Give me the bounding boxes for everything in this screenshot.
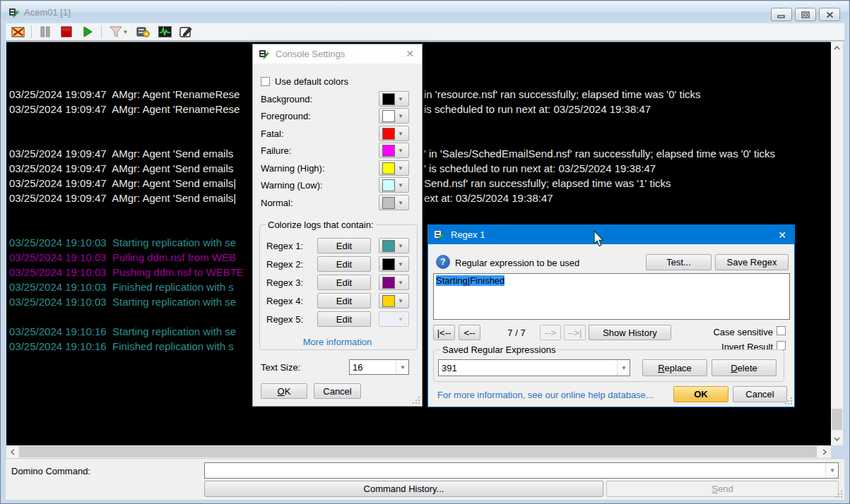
vertical-scrollbar[interactable] (831, 42, 843, 445)
envelope-close-icon (11, 27, 25, 37)
regex-cancel-button[interactable]: Cancel (733, 386, 787, 402)
close-button[interactable] (819, 8, 840, 21)
server-settings-button[interactable] (136, 25, 151, 39)
command-history-button[interactable]: Command History... (204, 481, 603, 497)
warning-low-color-picker[interactable]: ▼ (379, 177, 409, 193)
test-button[interactable]: Test... (646, 254, 712, 270)
send-button[interactable]: Send (606, 481, 839, 497)
resize-grip[interactable] (784, 397, 793, 405)
dialog-close-icon[interactable]: ✕ (776, 229, 789, 241)
regex-title-bar: Regex 1 ✕ (428, 225, 794, 244)
help-icon[interactable]: ? (436, 255, 450, 269)
domino-command-input[interactable]: ▼ (204, 462, 839, 479)
stop-icon (61, 26, 72, 37)
log-line: 03/25/2024 19:09:47 AMgr: Agent 'Send em… (9, 192, 236, 204)
minimize-icon (777, 11, 786, 18)
horizontal-scrollbar[interactable] (6, 445, 831, 458)
command-dropdown-caret-icon[interactable]: ▼ (825, 463, 838, 478)
regex4-edit-button[interactable]: Edit (317, 293, 371, 308)
resume-button[interactable] (80, 25, 95, 39)
pause-button[interactable] (37, 25, 53, 39)
dialog-close-icon[interactable]: ✕ (403, 48, 416, 59)
expression-label: Regular expression to be used (455, 258, 579, 268)
regex-ok-button[interactable]: OK (673, 386, 728, 402)
nav-prev-label: <-- (464, 328, 475, 338)
pause-icon (40, 26, 50, 37)
close-console-button[interactable] (10, 25, 25, 39)
maximize-button[interactable] (795, 8, 816, 21)
chevron-up-icon (834, 46, 840, 50)
console-settings-title: Console Settings (276, 49, 345, 59)
delete-button[interactable]: Delete (712, 359, 777, 376)
minimize-button[interactable] (771, 8, 792, 21)
warning-high-color-picker[interactable]: ▼ (379, 160, 409, 176)
regex2-edit-button[interactable]: Edit (317, 256, 371, 272)
play-icon (83, 26, 93, 37)
nav-prev-button[interactable]: <-- (459, 325, 480, 340)
save-regex-button[interactable]: Save Regex (715, 254, 789, 270)
app-icon (259, 49, 270, 60)
nav-last-label: -->| (568, 328, 582, 338)
regex-expression-value: Starting|Finished (436, 275, 504, 286)
resize-grip[interactable] (412, 396, 420, 404)
edit-label: Edit (336, 296, 352, 306)
replace-button[interactable]: Replace (642, 359, 707, 376)
scroll-right-button[interactable] (818, 445, 831, 458)
scroll-left-button[interactable] (6, 445, 19, 458)
filter-icon (110, 26, 122, 38)
regex-dialog: Regex 1 ✕ ? Regular expression to be use… (427, 224, 795, 407)
regex1-edit-button[interactable]: Edit (317, 238, 371, 253)
color-chip (382, 110, 395, 122)
regex2-label: Regex 2: (266, 259, 303, 270)
use-default-colors-label: Use default colors (275, 76, 348, 87)
foreground-color-picker[interactable]: ▼ (379, 108, 409, 124)
background-color-picker[interactable]: ▼ (379, 91, 409, 107)
saved-regex-caret-icon[interactable]: ▼ (617, 360, 630, 376)
regex3-color-picker[interactable]: ▼ (379, 275, 409, 290)
live-console-button[interactable] (157, 25, 172, 39)
scroll-down-button[interactable] (831, 433, 843, 445)
regex5-color-picker[interactable]: ▼ (379, 311, 409, 327)
log-line: ext at: 03/25/2024 19:38:47 (424, 192, 553, 204)
stop-button[interactable] (59, 25, 74, 39)
nav-last-button[interactable]: -->| (564, 325, 586, 340)
regex1-color-picker[interactable]: ▼ (379, 238, 409, 253)
scroll-up-button[interactable] (831, 42, 843, 54)
regex4-color-picker[interactable]: ▼ (379, 293, 409, 308)
failure-color-picker[interactable]: ▼ (379, 143, 409, 158)
normal-color-picker[interactable]: ▼ (379, 195, 409, 210)
nav-first-button[interactable]: |<-- (433, 325, 455, 340)
log-line: 03/25/2024 19:10:16 Starting replication… (9, 325, 236, 337)
use-default-colors-checkbox[interactable] (261, 77, 270, 86)
show-history-button[interactable]: Show History (589, 325, 671, 340)
fatal-color-picker[interactable]: ▼ (379, 126, 409, 141)
regex2-color-picker[interactable]: ▼ (379, 256, 409, 272)
console-settings-cancel-button[interactable]: Cancel (314, 383, 361, 399)
saved-regex-combo[interactable]: 391 ▼ (438, 359, 630, 376)
case-sensitive-checkbox[interactable] (777, 326, 786, 335)
vertical-scroll-thumb[interactable] (832, 409, 842, 430)
console-settings-ok-button[interactable]: OK (261, 383, 307, 399)
color-chip (382, 179, 395, 191)
nav-next-button[interactable]: --> (540, 325, 561, 340)
text-size-combo[interactable]: 16 ▼ (349, 359, 409, 375)
toolbar-separator (101, 25, 102, 38)
log-line: 03/25/2024 19:09:47 AMgr: Agent 'RenameR… (9, 103, 240, 115)
chevron-left-icon (11, 449, 15, 455)
resize-grip[interactable] (834, 490, 843, 498)
more-information-link[interactable]: More information (253, 337, 422, 347)
regex5-edit-button[interactable]: Edit (317, 311, 371, 327)
regex3-edit-button[interactable]: Edit (317, 275, 371, 290)
color-chip (382, 277, 395, 289)
edit-label: Edit (336, 241, 352, 251)
edit-label: Edit (336, 277, 352, 288)
edit-button[interactable] (178, 25, 194, 39)
filter-button[interactable]: ▼ (107, 25, 130, 39)
text-size-caret-icon[interactable]: ▼ (396, 360, 408, 374)
horizontal-scroll-thumb[interactable] (19, 446, 817, 457)
regex-textarea[interactable]: Starting|Finished (433, 273, 790, 320)
saved-regex-value: 391 (439, 363, 617, 373)
console-settings-title-bar: Console Settings ✕ (253, 44, 422, 64)
ok-label: OK (694, 389, 708, 400)
online-help-link[interactable]: For more information, see our online hel… (437, 390, 654, 400)
